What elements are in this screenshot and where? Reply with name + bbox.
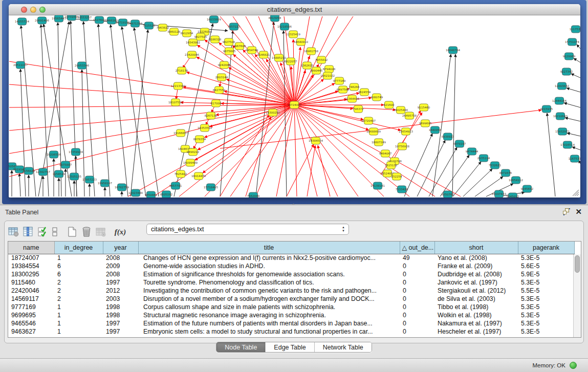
citation-edge-red[interactable]	[294, 105, 297, 196]
citation-edge-black[interactable]	[82, 70, 84, 196]
graph-node[interactable]: 9457791	[169, 182, 182, 189]
citation-edge-black[interactable]	[19, 173, 20, 196]
graph-node[interactable]: 8938923	[442, 133, 454, 140]
column-header-short[interactable]: short	[434, 242, 518, 254]
graph-node[interactable]: 1167531	[569, 155, 580, 162]
graph-node[interactable]: 10654112	[509, 177, 523, 184]
graph-node[interactable]: 8605192	[160, 191, 173, 198]
citation-edge-black[interactable]	[564, 103, 580, 107]
table-row[interactable]: 969969511998Structural magnetic resonanc…	[8, 311, 574, 319]
graph-node[interactable]: 12325419	[286, 31, 300, 38]
graph-node[interactable]: 8186328	[209, 36, 222, 43]
graph-node[interactable]: 20206556	[47, 151, 61, 158]
graph-node[interactable]: 8912954	[181, 30, 193, 37]
citation-edge-black[interactable]	[565, 118, 580, 121]
graph-node[interactable]: 9129969	[563, 53, 576, 60]
citation-edge-black[interactable]	[83, 21, 95, 196]
citation-edge-black[interactable]	[284, 31, 287, 196]
graph-node[interactable]: 6497568	[337, 86, 350, 93]
graph-node[interactable]: 14671358	[128, 20, 142, 27]
function-builder-icon[interactable]: f(x)	[114, 226, 126, 238]
graph-node[interactable]: 6822057	[285, 58, 297, 65]
delete-table-icon[interactable]	[95, 226, 107, 238]
citation-edge-red[interactable]	[183, 87, 294, 105]
table-row[interactable]: 1456911722003Disruption of a novel membe…	[8, 295, 574, 303]
citation-edge-black[interactable]	[571, 74, 580, 78]
network-window-titlebar[interactable]: citations_edges.txt	[9, 4, 580, 15]
graph-node[interactable]: 18640910	[294, 38, 308, 46]
graph-node[interactable]: 16961758	[304, 48, 318, 55]
citation-edge-black[interactable]	[567, 133, 580, 136]
graph-node[interactable]: 9699695	[419, 120, 432, 127]
graph-node[interactable]: 8813054	[269, 15, 281, 21]
graph-node[interactable]: 1640954	[429, 126, 442, 134]
unselect-rows-icon[interactable]	[51, 226, 59, 238]
citation-edge-red[interactable]	[187, 72, 294, 105]
show-columns-icon[interactable]	[22, 226, 34, 238]
tab-node-table[interactable]: Node Table	[216, 342, 266, 352]
citation-edge-black[interactable]	[572, 147, 580, 150]
graph-node[interactable]: 7963822	[157, 24, 169, 31]
citation-edge-black[interactable]	[577, 45, 580, 49]
column-header-name[interactable]: name	[8, 242, 54, 254]
float-panel-icon[interactable]	[563, 208, 570, 215]
graph-node[interactable]: 9146821	[257, 51, 270, 58]
citation-edge-black[interactable]	[574, 58, 580, 62]
column-header-pagerank[interactable]: pagerank	[518, 242, 574, 254]
graph-node[interactable]: 17359924	[69, 148, 83, 156]
graph-node[interactable]: 621600	[384, 101, 395, 108]
graph-node[interactable]: 7955812	[315, 56, 328, 63]
graph-node[interactable]: 14138141	[371, 182, 385, 189]
graph-node[interactable]: 14055724	[15, 18, 29, 25]
graph-node[interactable]: 16353554	[198, 124, 212, 132]
graph-node[interactable]: 7515526	[143, 22, 156, 29]
citation-edge-red[interactable]	[9, 105, 294, 154]
graph-node[interactable]: 7632621	[489, 162, 502, 169]
graph-node[interactable]: 1362615	[301, 62, 314, 69]
citation-edge-red[interactable]	[307, 145, 315, 196]
table-row[interactable]: 1830029562008Estimation of significance …	[8, 270, 574, 278]
graph-node[interactable]: 15621022	[320, 72, 335, 79]
graph-node[interactable]: 19958107	[98, 180, 112, 187]
graph-node[interactable]: 9498222	[187, 148, 200, 156]
table-settings-icon[interactable]	[8, 226, 20, 238]
table-row[interactable]: 946554611997Estimation of the future num…	[8, 319, 574, 327]
graph-node[interactable]: 2803144	[215, 74, 228, 81]
graph-node[interactable]: 9777169	[333, 77, 346, 84]
new-document-icon[interactable]	[66, 226, 78, 238]
graph-node[interactable]: 10197433	[492, 190, 506, 198]
tab-network-table[interactable]: Network Table	[315, 342, 372, 352]
graph-node[interactable]: 16914479	[191, 172, 206, 180]
close-panel-icon[interactable]: ✕	[575, 208, 582, 215]
citation-edge-red[interactable]	[204, 105, 294, 138]
graph-node[interactable]: 20691406	[35, 17, 49, 24]
graph-node[interactable]: 10688609	[366, 128, 381, 135]
column-header-year[interactable]: year	[103, 242, 138, 254]
citation-edge-red[interactable]	[318, 145, 330, 196]
graph-node[interactable]: 9115460	[418, 104, 430, 111]
graph-node[interactable]: 15720407	[361, 117, 376, 124]
graph-node[interactable]: 1527602	[93, 16, 106, 24]
graph-node[interactable]: 817006	[211, 100, 222, 107]
graph-node[interactable]: 1154519	[53, 170, 66, 178]
graph-node[interactable]: 2935114	[477, 155, 490, 162]
graph-node[interactable]: 9350762	[442, 191, 454, 198]
graph-node[interactable]: 18300295	[266, 109, 280, 116]
graph-node[interactable]: 8878354	[193, 136, 206, 143]
graph-node[interactable]: 16648784	[446, 47, 460, 54]
graph-node[interactable]: 2967608	[233, 42, 246, 50]
citation-edge-red[interactable]	[9, 105, 294, 107]
citation-edge-black[interactable]	[453, 162, 481, 196]
graph-node[interactable]: 18807249	[372, 139, 386, 146]
citation-edge-black[interactable]	[20, 69, 26, 196]
column-header-title[interactable]: title	[138, 242, 400, 254]
graph-node[interactable]: 7562849	[247, 192, 260, 198]
citation-edge-red[interactable]	[294, 105, 317, 196]
graph-node[interactable]: 1990445	[310, 67, 323, 74]
graph-node[interactable]: 3624554	[358, 89, 371, 96]
scrollbar-thumb[interactable]	[575, 255, 580, 273]
window-resize-grip[interactable]	[571, 189, 579, 196]
graph-node[interactable]: 12444164	[552, 97, 567, 104]
graph-node[interactable]: 9245652	[521, 185, 534, 192]
graph-node[interactable]: 8454749	[246, 47, 258, 54]
